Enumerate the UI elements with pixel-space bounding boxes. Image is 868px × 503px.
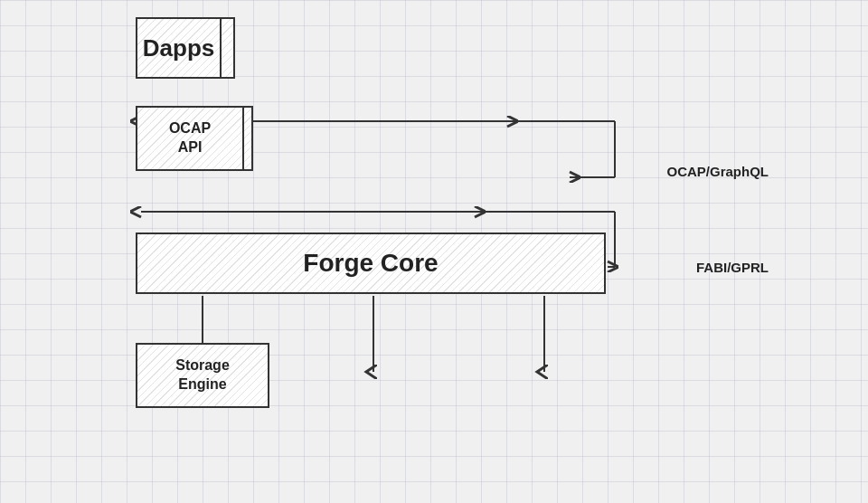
ocap-api-label: OCAPAPI — [169, 119, 211, 157]
ocap-api-box: OCAPAPI — [136, 106, 244, 171]
storage-engine-box: StorageEngine — [136, 343, 269, 408]
forge-core-box: Forge Core — [136, 233, 606, 294]
dapps-box: Dapps — [136, 17, 222, 79]
storage-engine-label: StorageEngine — [175, 356, 230, 394]
architecture-diagram: CLI WebAdmin BlockExplorer Dapps Blockch… — [90, 30, 778, 473]
forge-core-label: Forge Core — [303, 249, 438, 278]
dapps-label: Dapps — [143, 34, 214, 62]
fabi-gprl-label: FABI/GPRL — [696, 260, 769, 275]
ocap-graphql-label: OCAP/GraphQL — [666, 164, 769, 179]
